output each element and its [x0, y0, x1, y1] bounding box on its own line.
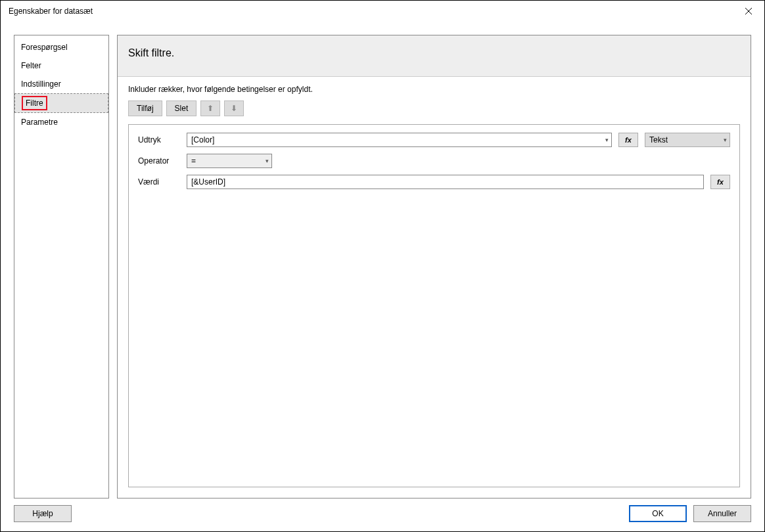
help-button[interactable]: Hjælp — [14, 505, 72, 522]
sidebar-item-query[interactable]: Forespørgsel — [14, 38, 108, 56]
operator-row: Operator = ▾ — [138, 154, 730, 168]
operator-value: = — [191, 156, 196, 166]
sidebar-item-label: Parametre — [21, 118, 58, 127]
main-panel: Skift filtre. Inkluder rækker, hvor følg… — [117, 35, 751, 499]
sidebar-item-label: Forespørgsel — [21, 43, 68, 52]
type-value: Tekst — [649, 135, 668, 144]
fx-icon: fx — [625, 136, 632, 144]
operator-label: Operator — [138, 156, 180, 166]
titlebar: Egenskaber for datasæt — [1, 1, 764, 22]
instruction-text: Inkluder rækker, hvor følgende betingels… — [128, 85, 740, 94]
chevron-down-icon: ▾ — [724, 137, 727, 143]
move-down-button[interactable]: ⬇ — [224, 100, 244, 116]
value-input[interactable]: [&UserID] — [187, 175, 704, 189]
expression-row: Udtryk [Color] ▾ fx Tekst ▾ — [138, 133, 730, 147]
close-icon — [745, 7, 753, 15]
value-row: Værdi [&UserID] fx — [138, 175, 730, 189]
type-combo[interactable]: Tekst ▾ — [645, 133, 730, 147]
ok-button[interactable]: OK — [629, 505, 687, 522]
sidebar-item-fields[interactable]: Felter — [14, 56, 108, 75]
operator-combo[interactable]: = ▾ — [187, 154, 272, 168]
sidebar-item-filters[interactable]: Filtre — [14, 93, 108, 113]
main-body: Inkluder rækker, hvor følgende betingels… — [118, 77, 751, 498]
expression-value: [Color] — [191, 135, 214, 144]
delete-button[interactable]: Slet — [166, 100, 197, 116]
main-heading: Skift filtre. — [118, 35, 751, 77]
filter-toolbar: Tilføj Slet ⬆ ⬇ — [128, 100, 740, 116]
sidebar-item-label: Indstillinger — [21, 79, 61, 89]
sidebar-item-settings[interactable]: Indstillinger — [14, 75, 108, 93]
sidebar: Forespørgsel Felter Indstillinger Filtre… — [14, 35, 109, 499]
chevron-down-icon: ▾ — [605, 137, 609, 143]
chevron-down-icon: ▾ — [266, 158, 269, 164]
dialog-window: Egenskaber for datasæt Forespørgsel Felt… — [0, 0, 765, 532]
sidebar-item-parameters[interactable]: Parametre — [14, 113, 108, 131]
filter-editor: Udtryk [Color] ▾ fx Tekst ▾ — [128, 124, 740, 487]
arrow-down-icon: ⬇ — [231, 104, 237, 113]
expression-fx-button[interactable]: fx — [618, 133, 638, 147]
value-text: [&UserID] — [191, 177, 225, 187]
move-up-button[interactable]: ⬆ — [200, 100, 220, 116]
expression-label: Udtryk — [138, 135, 180, 144]
sidebar-item-label: Filtre — [22, 96, 47, 110]
fx-icon: fx — [717, 178, 724, 186]
window-title: Egenskaber for datasæt — [6, 7, 738, 16]
value-label: Værdi — [138, 177, 180, 187]
add-button[interactable]: Tilføj — [128, 100, 162, 116]
dialog-footer: Hjælp OK Annuller — [1, 499, 764, 531]
close-button[interactable] — [738, 1, 759, 22]
cancel-button[interactable]: Annuller — [693, 505, 751, 522]
expression-combo[interactable]: [Color] ▾ — [187, 133, 612, 147]
value-fx-button[interactable]: fx — [710, 175, 730, 189]
dialog-body: Forespørgsel Felter Indstillinger Filtre… — [1, 22, 764, 499]
arrow-up-icon: ⬆ — [207, 104, 214, 113]
sidebar-item-label: Felter — [21, 61, 41, 70]
